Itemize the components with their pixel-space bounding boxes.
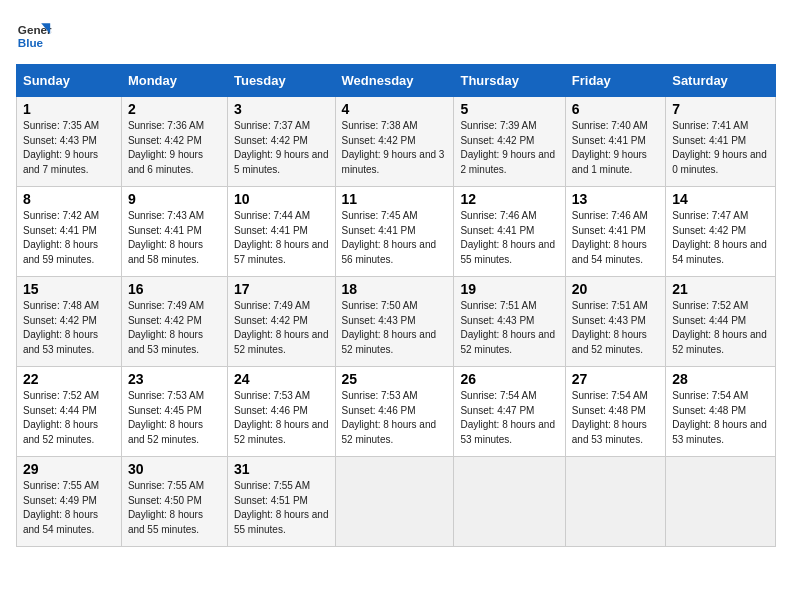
day-number: 6 <box>572 101 659 117</box>
day-number: 3 <box>234 101 329 117</box>
day-number: 2 <box>128 101 221 117</box>
day-info: Sunrise: 7:39 AMSunset: 4:42 PMDaylight:… <box>460 120 555 175</box>
day-info: Sunrise: 7:52 AMSunset: 4:44 PMDaylight:… <box>672 300 767 355</box>
day-info: Sunrise: 7:50 AMSunset: 4:43 PMDaylight:… <box>342 300 437 355</box>
day-info: Sunrise: 7:38 AMSunset: 4:42 PMDaylight:… <box>342 120 445 175</box>
calendar-cell: 17 Sunrise: 7:49 AMSunset: 4:42 PMDaylig… <box>227 277 335 367</box>
calendar-cell: 13 Sunrise: 7:46 AMSunset: 4:41 PMDaylig… <box>565 187 665 277</box>
header-cell-thursday: Thursday <box>454 65 565 97</box>
calendar-cell: 5 Sunrise: 7:39 AMSunset: 4:42 PMDayligh… <box>454 97 565 187</box>
calendar-cell: 19 Sunrise: 7:51 AMSunset: 4:43 PMDaylig… <box>454 277 565 367</box>
day-number: 25 <box>342 371 448 387</box>
day-number: 16 <box>128 281 221 297</box>
day-number: 17 <box>234 281 329 297</box>
day-info: Sunrise: 7:52 AMSunset: 4:44 PMDaylight:… <box>23 390 99 445</box>
day-number: 29 <box>23 461 115 477</box>
day-number: 22 <box>23 371 115 387</box>
day-number: 4 <box>342 101 448 117</box>
logo-icon: General Blue <box>16 16 52 52</box>
logo: General Blue <box>16 16 52 52</box>
calendar-cell: 7 Sunrise: 7:41 AMSunset: 4:41 PMDayligh… <box>666 97 776 187</box>
calendar-cell <box>335 457 454 547</box>
calendar-cell: 20 Sunrise: 7:51 AMSunset: 4:43 PMDaylig… <box>565 277 665 367</box>
day-info: Sunrise: 7:53 AMSunset: 4:46 PMDaylight:… <box>234 390 329 445</box>
calendar-cell: 18 Sunrise: 7:50 AMSunset: 4:43 PMDaylig… <box>335 277 454 367</box>
day-info: Sunrise: 7:53 AMSunset: 4:45 PMDaylight:… <box>128 390 204 445</box>
calendar-cell: 26 Sunrise: 7:54 AMSunset: 4:47 PMDaylig… <box>454 367 565 457</box>
header-cell-monday: Monday <box>121 65 227 97</box>
day-number: 15 <box>23 281 115 297</box>
day-info: Sunrise: 7:44 AMSunset: 4:41 PMDaylight:… <box>234 210 329 265</box>
header-cell-sunday: Sunday <box>17 65 122 97</box>
day-number: 28 <box>672 371 769 387</box>
calendar-row-week-1: 1 Sunrise: 7:35 AMSunset: 4:43 PMDayligh… <box>17 97 776 187</box>
day-info: Sunrise: 7:49 AMSunset: 4:42 PMDaylight:… <box>234 300 329 355</box>
calendar-cell: 25 Sunrise: 7:53 AMSunset: 4:46 PMDaylig… <box>335 367 454 457</box>
calendar-cell: 14 Sunrise: 7:47 AMSunset: 4:42 PMDaylig… <box>666 187 776 277</box>
day-info: Sunrise: 7:46 AMSunset: 4:41 PMDaylight:… <box>572 210 648 265</box>
day-info: Sunrise: 7:35 AMSunset: 4:43 PMDaylight:… <box>23 120 99 175</box>
day-info: Sunrise: 7:53 AMSunset: 4:46 PMDaylight:… <box>342 390 437 445</box>
calendar-cell: 31 Sunrise: 7:55 AMSunset: 4:51 PMDaylig… <box>227 457 335 547</box>
day-number: 30 <box>128 461 221 477</box>
day-number: 10 <box>234 191 329 207</box>
calendar-cell: 4 Sunrise: 7:38 AMSunset: 4:42 PMDayligh… <box>335 97 454 187</box>
day-info: Sunrise: 7:55 AMSunset: 4:49 PMDaylight:… <box>23 480 99 535</box>
calendar-row-week-5: 29 Sunrise: 7:55 AMSunset: 4:49 PMDaylig… <box>17 457 776 547</box>
calendar-cell: 10 Sunrise: 7:44 AMSunset: 4:41 PMDaylig… <box>227 187 335 277</box>
page-header: General Blue <box>16 16 776 52</box>
day-info: Sunrise: 7:55 AMSunset: 4:50 PMDaylight:… <box>128 480 204 535</box>
calendar-cell: 21 Sunrise: 7:52 AMSunset: 4:44 PMDaylig… <box>666 277 776 367</box>
calendar-cell: 22 Sunrise: 7:52 AMSunset: 4:44 PMDaylig… <box>17 367 122 457</box>
day-info: Sunrise: 7:51 AMSunset: 4:43 PMDaylight:… <box>460 300 555 355</box>
day-number: 24 <box>234 371 329 387</box>
day-info: Sunrise: 7:54 AMSunset: 4:47 PMDaylight:… <box>460 390 555 445</box>
day-info: Sunrise: 7:55 AMSunset: 4:51 PMDaylight:… <box>234 480 329 535</box>
day-info: Sunrise: 7:41 AMSunset: 4:41 PMDaylight:… <box>672 120 767 175</box>
calendar-cell: 1 Sunrise: 7:35 AMSunset: 4:43 PMDayligh… <box>17 97 122 187</box>
day-number: 7 <box>672 101 769 117</box>
day-info: Sunrise: 7:46 AMSunset: 4:41 PMDaylight:… <box>460 210 555 265</box>
calendar-header-row: SundayMondayTuesdayWednesdayThursdayFrid… <box>17 65 776 97</box>
day-info: Sunrise: 7:43 AMSunset: 4:41 PMDaylight:… <box>128 210 204 265</box>
day-number: 11 <box>342 191 448 207</box>
day-number: 23 <box>128 371 221 387</box>
day-info: Sunrise: 7:54 AMSunset: 4:48 PMDaylight:… <box>572 390 648 445</box>
calendar-row-week-3: 15 Sunrise: 7:48 AMSunset: 4:42 PMDaylig… <box>17 277 776 367</box>
calendar-row-week-2: 8 Sunrise: 7:42 AMSunset: 4:41 PMDayligh… <box>17 187 776 277</box>
calendar-cell: 8 Sunrise: 7:42 AMSunset: 4:41 PMDayligh… <box>17 187 122 277</box>
calendar-cell: 23 Sunrise: 7:53 AMSunset: 4:45 PMDaylig… <box>121 367 227 457</box>
day-number: 1 <box>23 101 115 117</box>
calendar-cell: 2 Sunrise: 7:36 AMSunset: 4:42 PMDayligh… <box>121 97 227 187</box>
day-number: 13 <box>572 191 659 207</box>
calendar-cell: 28 Sunrise: 7:54 AMSunset: 4:48 PMDaylig… <box>666 367 776 457</box>
calendar-row-week-4: 22 Sunrise: 7:52 AMSunset: 4:44 PMDaylig… <box>17 367 776 457</box>
calendar-cell: 24 Sunrise: 7:53 AMSunset: 4:46 PMDaylig… <box>227 367 335 457</box>
calendar-cell <box>565 457 665 547</box>
day-number: 21 <box>672 281 769 297</box>
calendar-cell: 30 Sunrise: 7:55 AMSunset: 4:50 PMDaylig… <box>121 457 227 547</box>
calendar-cell: 12 Sunrise: 7:46 AMSunset: 4:41 PMDaylig… <box>454 187 565 277</box>
day-number: 18 <box>342 281 448 297</box>
svg-text:Blue: Blue <box>18 36 44 49</box>
day-number: 8 <box>23 191 115 207</box>
calendar-cell: 3 Sunrise: 7:37 AMSunset: 4:42 PMDayligh… <box>227 97 335 187</box>
calendar-cell: 15 Sunrise: 7:48 AMSunset: 4:42 PMDaylig… <box>17 277 122 367</box>
calendar-cell <box>454 457 565 547</box>
calendar-cell <box>666 457 776 547</box>
day-number: 19 <box>460 281 558 297</box>
calendar-cell: 11 Sunrise: 7:45 AMSunset: 4:41 PMDaylig… <box>335 187 454 277</box>
calendar-cell: 27 Sunrise: 7:54 AMSunset: 4:48 PMDaylig… <box>565 367 665 457</box>
day-number: 26 <box>460 371 558 387</box>
day-number: 27 <box>572 371 659 387</box>
day-info: Sunrise: 7:48 AMSunset: 4:42 PMDaylight:… <box>23 300 99 355</box>
header-cell-wednesday: Wednesday <box>335 65 454 97</box>
day-number: 20 <box>572 281 659 297</box>
day-number: 12 <box>460 191 558 207</box>
header-cell-saturday: Saturday <box>666 65 776 97</box>
day-info: Sunrise: 7:36 AMSunset: 4:42 PMDaylight:… <box>128 120 204 175</box>
day-info: Sunrise: 7:54 AMSunset: 4:48 PMDaylight:… <box>672 390 767 445</box>
calendar-table: SundayMondayTuesdayWednesdayThursdayFrid… <box>16 64 776 547</box>
day-info: Sunrise: 7:37 AMSunset: 4:42 PMDaylight:… <box>234 120 329 175</box>
day-info: Sunrise: 7:42 AMSunset: 4:41 PMDaylight:… <box>23 210 99 265</box>
